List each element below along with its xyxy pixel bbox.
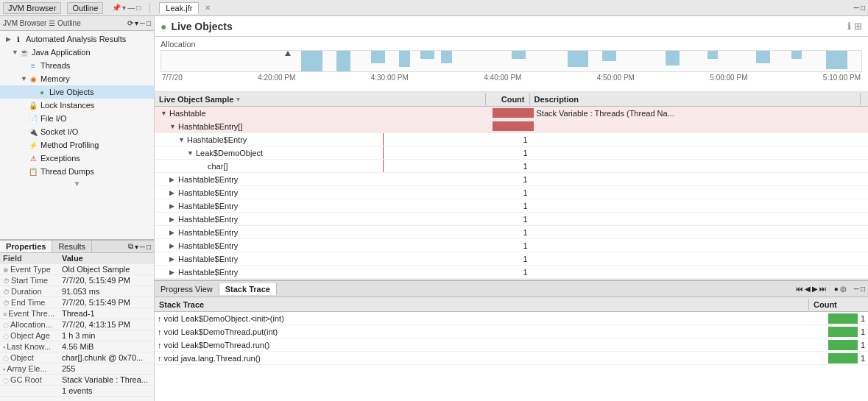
table-row[interactable]: ▶ Hashtable$Entry 1 — [155, 186, 868, 199]
progress-area: Progress View Stack Trace ⏮ ◀ ▶ ⏭ ● ◎ ─ — [155, 280, 868, 401]
count-number: 1 — [861, 341, 865, 349]
size-icon: ▪ — [3, 344, 5, 351]
table-row[interactable]: ▶ Hashtable$Entry 1 — [155, 173, 868, 186]
max-icon[interactable]: □ — [136, 4, 141, 12]
table-row[interactable]: ▼ Hashtable 173 Stack Variable : Threads… — [155, 107, 868, 120]
sidebar-item-method-profiling[interactable]: ⚡ Method Profiling — [0, 138, 154, 152]
tab-menu-icon[interactable]: ▾ — [135, 243, 138, 251]
prop-last-known-value: 4.56 MiB — [59, 341, 154, 352]
tab-properties[interactable]: Properties — [0, 241, 52, 252]
sidebar-item-socket-io[interactable]: 🔌 Socket I/O — [0, 125, 154, 138]
nav-prev-icon[interactable]: ◀ — [805, 285, 811, 293]
close-tab-icon[interactable]: ✕ — [205, 4, 211, 12]
col-count[interactable]: Count — [486, 93, 530, 105]
nav-next-icon[interactable]: ▶ — [812, 285, 818, 293]
java-icon: ☕ — [19, 47, 29, 57]
timeline-chart[interactable] — [160, 50, 862, 72]
nav-first-icon[interactable]: ⏮ — [796, 285, 803, 293]
win-max-icon[interactable]: □ — [861, 4, 865, 12]
stack-trace-row[interactable]: ↑ void Leak$DemoObject.<init>(int) 1 — [155, 312, 868, 325]
info-icon: ℹ — [13, 34, 24, 44]
sidebar-min-icon[interactable]: ─ — [140, 19, 145, 27]
sidebar-header: JVM Browser ☰ Outline ⟳ ▾ ─ □ — [0, 16, 154, 31]
table-row[interactable]: ▶ Hashtable$Entry 1 — [155, 266, 868, 279]
col-count-header[interactable]: Count — [809, 299, 868, 310]
sidebar-label-java-app: Java Application — [32, 48, 91, 57]
sidebar-tree: ▶ ℹ Automated Analysis Results ▼ ☕ Java … — [0, 31, 154, 239]
stack-trace-row[interactable]: ↑ void Leak$DemoThread.put(int) 1 — [155, 325, 868, 338]
chart-bar-13 — [791, 51, 802, 59]
sidebar-item-exceptions[interactable]: ⚠ Exceptions — [0, 152, 154, 165]
win-min-icon[interactable]: ─ — [854, 4, 859, 12]
table-row[interactable]: ▶ Hashtable$Entry 1 — [155, 239, 868, 252]
sidebar-item-automated[interactable]: ▶ ℹ Automated Analysis Results — [0, 32, 154, 46]
table-row[interactable]: ▶ Hashtable$Entry 1 — [155, 252, 868, 266]
table-row[interactable]: ▼ Hashtable$Entry[] 173 — [155, 120, 868, 133]
sidebar-item-thread-dumps[interactable]: 📋 Thread Dumps — [0, 165, 154, 178]
socket-icon: 🔌 — [28, 127, 38, 137]
sidebar-item-threads[interactable]: ≡ Threads — [0, 59, 154, 72]
prop-event-thread: ≡Event Thre... Thread-1 — [0, 308, 154, 319]
stack-trace-row[interactable]: ↑ void Leak$DemoThread.run() 1 — [155, 338, 868, 352]
time-6: 5:10:00 PM — [823, 74, 861, 82]
sidebar-label-threads: Threads — [40, 61, 70, 70]
sidebar-item-live-objects[interactable]: ● Live Objects — [0, 85, 154, 99]
sidebar-item-java-app[interactable]: ▼ ☕ Java Application — [0, 46, 154, 59]
count-green-bar — [828, 327, 858, 337]
live-icon: ● — [37, 87, 47, 97]
min-icon[interactable]: — — [127, 4, 135, 12]
thread-dump-icon: 📋 — [28, 166, 38, 177]
count-number: 1 — [861, 327, 865, 336]
row-label: Hashtable$Entry — [187, 135, 247, 144]
sidebar-item-lock[interactable]: 🔒 Lock Instances — [0, 99, 154, 112]
tab-min-icon[interactable]: ─ — [140, 243, 145, 251]
row-count: 1 — [490, 267, 534, 277]
jvm-browser-tab[interactable]: JVM Browser — [3, 2, 61, 14]
tab-progress-view[interactable]: Progress View — [155, 283, 219, 295]
progress-min-icon[interactable]: ─ — [854, 285, 859, 293]
tab-results[interactable]: Results — [52, 241, 92, 252]
row-desc — [534, 258, 869, 260]
stack-row-label: ↑ void Leak$DemoThread.run() — [155, 340, 809, 350]
table-row[interactable]: ▼ Leak$DemoObject 1 — [155, 146, 868, 160]
table-row[interactable]: ▶ Hashtable$Entry 1 — [155, 226, 868, 239]
sidebar-sync-icon[interactable]: ⟳ — [127, 19, 133, 27]
table-row[interactable]: ▼ Hashtable$Entry 1 — [155, 133, 868, 146]
table-row[interactable]: ▶ Hashtable$Entry 1 — [155, 213, 868, 226]
sidebar-label-exceptions: Exceptions — [40, 154, 80, 163]
menu-icon[interactable]: ▾ — [122, 4, 126, 12]
sidebar-menu-icon[interactable]: ▾ — [135, 19, 138, 27]
header-action-icons: ℹ ⊞ — [847, 21, 862, 32]
chart-bar-6 — [441, 51, 451, 63]
tab-icons: 📌 ▾ — □ — [112, 4, 141, 12]
col-live-object-sample[interactable]: Live Object Sample ▾ — [155, 93, 486, 105]
pin-icon[interactable]: 📌 — [112, 4, 121, 12]
row-label: Hashtable$Entry — [178, 215, 238, 224]
table-row[interactable]: ▶ Hashtable$Entry 1 — [155, 199, 868, 213]
outline-tab[interactable]: Outline — [67, 2, 103, 14]
table-row[interactable]: char[] 1 — [155, 160, 868, 173]
page-title: Live Objects — [171, 21, 232, 32]
nav-last-icon[interactable]: ⏭ — [819, 285, 827, 293]
progress-max-icon[interactable]: □ — [861, 285, 865, 293]
sidebar-max-icon[interactable]: □ — [147, 19, 151, 27]
sidebar-item-file-io[interactable]: 📄 File I/O — [0, 112, 154, 125]
info-btn[interactable]: ℹ — [847, 21, 851, 32]
expand-arrow: ▼ — [21, 75, 28, 82]
sidebar-item-memory[interactable]: ▼ ◉ Memory — [0, 72, 154, 85]
tab-max-icon[interactable]: □ — [147, 243, 151, 251]
progress-action-1[interactable]: ● — [834, 285, 839, 293]
new-window-icon[interactable]: ⧉ — [128, 242, 133, 251]
progress-action-2[interactable]: ◎ — [840, 285, 847, 293]
col-stack-trace[interactable]: Stack Trace — [155, 299, 809, 310]
col-description[interactable]: Description — [530, 93, 861, 105]
sidebar-label-automated: Automated Analysis Results — [26, 35, 126, 43]
prop-event-type-value: Old Object Sample — [59, 264, 154, 275]
leak-jfr-tab[interactable]: Leak.jfr — [159, 2, 199, 14]
split-btn[interactable]: ⊞ — [854, 21, 862, 32]
sidebar-label-socket-io: Socket I/O — [40, 127, 78, 136]
chart-bar-14 — [826, 51, 847, 69]
stack-trace-row[interactable]: ↑ void java.lang.Thread.run() 1 — [155, 352, 868, 365]
stack-trace-header: Stack Trace Count — [155, 297, 868, 312]
tab-stack-trace[interactable]: Stack Trace — [219, 283, 277, 295]
